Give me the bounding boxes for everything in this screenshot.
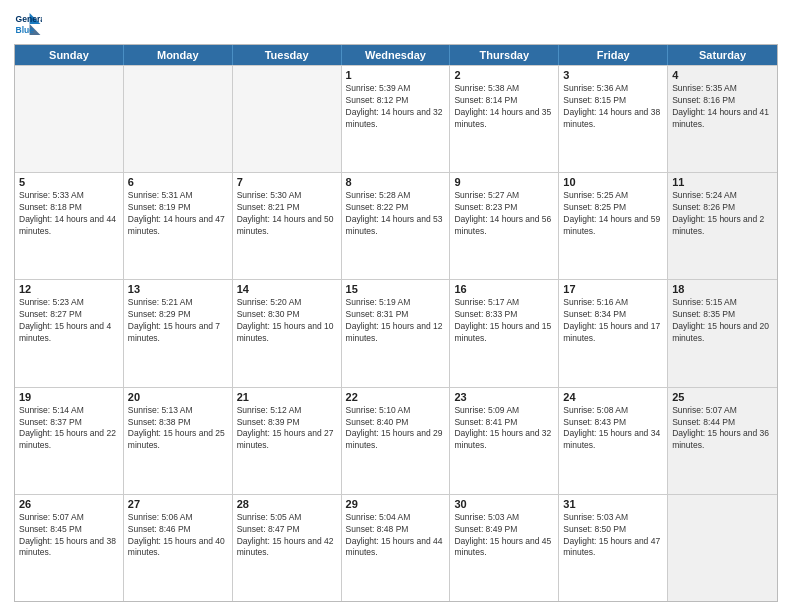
day-info: Sunrise: 5:39 AM Sunset: 8:12 PM Dayligh… xyxy=(346,83,446,131)
empty-cell xyxy=(233,66,342,172)
day-number: 10 xyxy=(563,176,663,188)
day-cell-7: 7Sunrise: 5:30 AM Sunset: 8:21 PM Daylig… xyxy=(233,173,342,279)
day-cell-21: 21Sunrise: 5:12 AM Sunset: 8:39 PM Dayli… xyxy=(233,388,342,494)
calendar-week-5: 26Sunrise: 5:07 AM Sunset: 8:45 PM Dayli… xyxy=(15,494,777,601)
calendar-body: 1Sunrise: 5:39 AM Sunset: 8:12 PM Daylig… xyxy=(15,65,777,601)
day-number: 8 xyxy=(346,176,446,188)
day-cell-10: 10Sunrise: 5:25 AM Sunset: 8:25 PM Dayli… xyxy=(559,173,668,279)
day-cell-5: 5Sunrise: 5:33 AM Sunset: 8:18 PM Daylig… xyxy=(15,173,124,279)
day-cell-13: 13Sunrise: 5:21 AM Sunset: 8:29 PM Dayli… xyxy=(124,280,233,386)
day-info: Sunrise: 5:03 AM Sunset: 8:50 PM Dayligh… xyxy=(563,512,663,560)
empty-cell xyxy=(124,66,233,172)
day-cell-31: 31Sunrise: 5:03 AM Sunset: 8:50 PM Dayli… xyxy=(559,495,668,601)
day-info: Sunrise: 5:10 AM Sunset: 8:40 PM Dayligh… xyxy=(346,405,446,453)
day-number: 9 xyxy=(454,176,554,188)
day-info: Sunrise: 5:21 AM Sunset: 8:29 PM Dayligh… xyxy=(128,297,228,345)
day-info: Sunrise: 5:28 AM Sunset: 8:22 PM Dayligh… xyxy=(346,190,446,238)
day-number: 13 xyxy=(128,283,228,295)
day-number: 19 xyxy=(19,391,119,403)
day-cell-12: 12Sunrise: 5:23 AM Sunset: 8:27 PM Dayli… xyxy=(15,280,124,386)
day-cell-3: 3Sunrise: 5:36 AM Sunset: 8:15 PM Daylig… xyxy=(559,66,668,172)
day-info: Sunrise: 5:23 AM Sunset: 8:27 PM Dayligh… xyxy=(19,297,119,345)
page: General Blue SundayMondayTuesdayWednesda… xyxy=(0,0,792,612)
day-cell-4: 4Sunrise: 5:35 AM Sunset: 8:16 PM Daylig… xyxy=(668,66,777,172)
header: General Blue xyxy=(14,10,778,38)
day-number: 18 xyxy=(672,283,773,295)
empty-cell xyxy=(15,66,124,172)
day-number: 12 xyxy=(19,283,119,295)
logo: General Blue xyxy=(14,10,46,38)
day-info: Sunrise: 5:04 AM Sunset: 8:48 PM Dayligh… xyxy=(346,512,446,560)
day-cell-30: 30Sunrise: 5:03 AM Sunset: 8:49 PM Dayli… xyxy=(450,495,559,601)
day-number: 24 xyxy=(563,391,663,403)
day-cell-24: 24Sunrise: 5:08 AM Sunset: 8:43 PM Dayli… xyxy=(559,388,668,494)
logo-icon: General Blue xyxy=(14,10,42,38)
day-number: 31 xyxy=(563,498,663,510)
day-of-week-sunday: Sunday xyxy=(15,45,124,65)
day-info: Sunrise: 5:35 AM Sunset: 8:16 PM Dayligh… xyxy=(672,83,773,131)
day-cell-29: 29Sunrise: 5:04 AM Sunset: 8:48 PM Dayli… xyxy=(342,495,451,601)
day-info: Sunrise: 5:20 AM Sunset: 8:30 PM Dayligh… xyxy=(237,297,337,345)
day-info: Sunrise: 5:36 AM Sunset: 8:15 PM Dayligh… xyxy=(563,83,663,131)
day-cell-11: 11Sunrise: 5:24 AM Sunset: 8:26 PM Dayli… xyxy=(668,173,777,279)
day-of-week-monday: Monday xyxy=(124,45,233,65)
day-number: 1 xyxy=(346,69,446,81)
day-info: Sunrise: 5:33 AM Sunset: 8:18 PM Dayligh… xyxy=(19,190,119,238)
day-cell-15: 15Sunrise: 5:19 AM Sunset: 8:31 PM Dayli… xyxy=(342,280,451,386)
calendar-week-1: 1Sunrise: 5:39 AM Sunset: 8:12 PM Daylig… xyxy=(15,65,777,172)
calendar-week-2: 5Sunrise: 5:33 AM Sunset: 8:18 PM Daylig… xyxy=(15,172,777,279)
day-cell-1: 1Sunrise: 5:39 AM Sunset: 8:12 PM Daylig… xyxy=(342,66,451,172)
day-cell-19: 19Sunrise: 5:14 AM Sunset: 8:37 PM Dayli… xyxy=(15,388,124,494)
day-info: Sunrise: 5:27 AM Sunset: 8:23 PM Dayligh… xyxy=(454,190,554,238)
day-cell-16: 16Sunrise: 5:17 AM Sunset: 8:33 PM Dayli… xyxy=(450,280,559,386)
day-of-week-tuesday: Tuesday xyxy=(233,45,342,65)
day-cell-14: 14Sunrise: 5:20 AM Sunset: 8:30 PM Dayli… xyxy=(233,280,342,386)
day-info: Sunrise: 5:08 AM Sunset: 8:43 PM Dayligh… xyxy=(563,405,663,453)
day-cell-9: 9Sunrise: 5:27 AM Sunset: 8:23 PM Daylig… xyxy=(450,173,559,279)
day-info: Sunrise: 5:12 AM Sunset: 8:39 PM Dayligh… xyxy=(237,405,337,453)
day-number: 29 xyxy=(346,498,446,510)
day-number: 26 xyxy=(19,498,119,510)
day-cell-20: 20Sunrise: 5:13 AM Sunset: 8:38 PM Dayli… xyxy=(124,388,233,494)
empty-cell xyxy=(668,495,777,601)
day-cell-2: 2Sunrise: 5:38 AM Sunset: 8:14 PM Daylig… xyxy=(450,66,559,172)
day-cell-27: 27Sunrise: 5:06 AM Sunset: 8:46 PM Dayli… xyxy=(124,495,233,601)
day-of-week-thursday: Thursday xyxy=(450,45,559,65)
day-cell-18: 18Sunrise: 5:15 AM Sunset: 8:35 PM Dayli… xyxy=(668,280,777,386)
day-info: Sunrise: 5:07 AM Sunset: 8:45 PM Dayligh… xyxy=(19,512,119,560)
day-info: Sunrise: 5:07 AM Sunset: 8:44 PM Dayligh… xyxy=(672,405,773,453)
day-info: Sunrise: 5:24 AM Sunset: 8:26 PM Dayligh… xyxy=(672,190,773,238)
day-number: 15 xyxy=(346,283,446,295)
day-of-week-wednesday: Wednesday xyxy=(342,45,451,65)
calendar-week-3: 12Sunrise: 5:23 AM Sunset: 8:27 PM Dayli… xyxy=(15,279,777,386)
day-number: 17 xyxy=(563,283,663,295)
day-cell-17: 17Sunrise: 5:16 AM Sunset: 8:34 PM Dayli… xyxy=(559,280,668,386)
day-number: 14 xyxy=(237,283,337,295)
day-info: Sunrise: 5:16 AM Sunset: 8:34 PM Dayligh… xyxy=(563,297,663,345)
day-number: 5 xyxy=(19,176,119,188)
day-info: Sunrise: 5:31 AM Sunset: 8:19 PM Dayligh… xyxy=(128,190,228,238)
day-number: 21 xyxy=(237,391,337,403)
day-of-week-friday: Friday xyxy=(559,45,668,65)
day-number: 23 xyxy=(454,391,554,403)
day-cell-6: 6Sunrise: 5:31 AM Sunset: 8:19 PM Daylig… xyxy=(124,173,233,279)
day-number: 27 xyxy=(128,498,228,510)
day-number: 6 xyxy=(128,176,228,188)
calendar: SundayMondayTuesdayWednesdayThursdayFrid… xyxy=(14,44,778,602)
day-cell-23: 23Sunrise: 5:09 AM Sunset: 8:41 PM Dayli… xyxy=(450,388,559,494)
day-cell-8: 8Sunrise: 5:28 AM Sunset: 8:22 PM Daylig… xyxy=(342,173,451,279)
day-number: 30 xyxy=(454,498,554,510)
day-info: Sunrise: 5:06 AM Sunset: 8:46 PM Dayligh… xyxy=(128,512,228,560)
day-info: Sunrise: 5:17 AM Sunset: 8:33 PM Dayligh… xyxy=(454,297,554,345)
day-number: 11 xyxy=(672,176,773,188)
day-info: Sunrise: 5:30 AM Sunset: 8:21 PM Dayligh… xyxy=(237,190,337,238)
day-info: Sunrise: 5:14 AM Sunset: 8:37 PM Dayligh… xyxy=(19,405,119,453)
day-info: Sunrise: 5:15 AM Sunset: 8:35 PM Dayligh… xyxy=(672,297,773,345)
day-info: Sunrise: 5:25 AM Sunset: 8:25 PM Dayligh… xyxy=(563,190,663,238)
day-number: 7 xyxy=(237,176,337,188)
day-cell-22: 22Sunrise: 5:10 AM Sunset: 8:40 PM Dayli… xyxy=(342,388,451,494)
day-info: Sunrise: 5:13 AM Sunset: 8:38 PM Dayligh… xyxy=(128,405,228,453)
day-number: 2 xyxy=(454,69,554,81)
day-info: Sunrise: 5:19 AM Sunset: 8:31 PM Dayligh… xyxy=(346,297,446,345)
day-number: 20 xyxy=(128,391,228,403)
